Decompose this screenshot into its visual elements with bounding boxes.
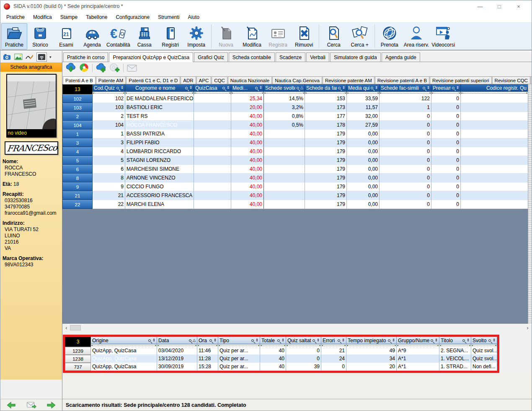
close-button[interactable]: × xyxy=(509,3,528,10)
cell[interactable]: 0,00 xyxy=(347,174,380,182)
cell[interactable] xyxy=(264,156,305,165)
cell[interactable]: 0 xyxy=(286,347,321,355)
cell[interactable]: 30/09/2019 xyxy=(157,363,197,371)
cell[interactable]: 179 xyxy=(305,130,347,138)
cell[interactable]: 178 xyxy=(305,121,347,130)
cell[interactable] xyxy=(461,174,528,182)
cell[interactable]: ACCESSORIO FRANCESCA xyxy=(125,191,194,200)
cell[interactable] xyxy=(461,103,528,112)
column-header-cod-quiz[interactable]: Cod.Quiz⇕ xyxy=(93,84,125,94)
cell[interactable]: 0 xyxy=(380,200,431,209)
cell[interactable]: 13/12/2019 xyxy=(157,355,197,363)
cell[interactable]: QuizApp, QuizCasa xyxy=(91,355,157,363)
cell[interactable] xyxy=(194,156,231,165)
toolbar-button-storico[interactable]: Storico xyxy=(27,23,53,49)
toolbar-button-registra[interactable]: Registra xyxy=(265,23,291,49)
cell[interactable]: 6 xyxy=(93,165,125,174)
column-header-medi[interactable]: Medi...⇕ xyxy=(231,84,264,94)
cell[interactable]: 40,00 xyxy=(231,174,264,182)
cell[interactable]: 8 xyxy=(93,174,125,182)
cell[interactable]: 15:28 xyxy=(197,363,218,371)
cell[interactable]: 0 xyxy=(380,138,431,147)
toolbar-button-modifica[interactable]: Modifica xyxy=(239,23,265,49)
cell[interactable]: 179 xyxy=(305,200,347,209)
cell[interactable]: 40,00 xyxy=(231,165,264,174)
category-tab-revisione-patente-am[interactable]: Revisione patente AM xyxy=(323,76,374,84)
cell[interactable]: ROCCA FRANCESCO xyxy=(125,121,194,130)
cell[interactable]: 0,8% xyxy=(264,112,305,121)
cell[interactable]: 0 xyxy=(380,174,431,182)
cell[interactable]: QuizApp, QuizCasa xyxy=(91,363,157,371)
cell[interactable]: 9 xyxy=(93,182,125,191)
menu-pratiche[interactable]: Pratiche xyxy=(2,13,29,21)
cell[interactable]: A*1 xyxy=(397,355,439,363)
cell[interactable]: 0 xyxy=(431,94,461,103)
row-header[interactable]: 8 xyxy=(62,174,93,182)
toolbar-button-imposta[interactable]: Imposta xyxy=(183,23,209,49)
cell[interactable]: 40 xyxy=(260,355,286,363)
cell[interactable]: 40,00 xyxy=(231,191,264,200)
cell[interactable] xyxy=(461,138,528,147)
column-header-tempo-impiegato[interactable]: Tempo impiegato⇕ xyxy=(346,337,397,347)
cell[interactable] xyxy=(194,121,231,130)
cell[interactable]: 20 xyxy=(346,363,397,371)
category-tab-cqc[interactable]: CQC xyxy=(212,76,227,84)
tab-scheda-contabile[interactable]: Scheda contabile xyxy=(229,52,275,62)
menu-strumenti[interactable]: Strumenti xyxy=(154,13,183,21)
column-header-schede-fac-simili[interactable]: Schede fac-simili⇕ xyxy=(380,84,431,94)
cell[interactable]: 0 xyxy=(431,147,461,156)
cloud-download-button[interactable] xyxy=(65,63,76,73)
cell[interactable] xyxy=(461,191,528,200)
cell[interactable]: 0 xyxy=(321,363,346,371)
cell[interactable]: 40,00 xyxy=(231,147,264,156)
row-header[interactable]: 9 xyxy=(62,182,93,191)
cell[interactable]: 0 xyxy=(431,103,461,112)
category-tab-nautica-cap-genova[interactable]: Nautica Cap.Genova xyxy=(272,76,322,84)
cell[interactable]: 1 xyxy=(380,103,431,112)
cell[interactable]: 0 xyxy=(380,165,431,174)
cell[interactable]: 1. VEICOL... xyxy=(439,355,471,363)
cell[interactable]: 0,00 xyxy=(347,130,380,138)
row-header[interactable]: 22 xyxy=(62,200,93,209)
cell[interactable]: LOMBARDI RICCARDO xyxy=(125,147,194,156)
cell[interactable] xyxy=(264,182,305,191)
cell[interactable]: 33,59 xyxy=(347,94,380,103)
row-header[interactable]: 3 xyxy=(62,138,93,147)
row-header[interactable]: 103 xyxy=(62,103,93,112)
toolbar-button-pratiche[interactable]: Pratiche xyxy=(1,23,27,49)
category-tab-revisione-patenti-a-e-b[interactable]: Revisione patenti A e B xyxy=(375,76,429,84)
cell[interactable]: 11:28 xyxy=(197,355,218,363)
cell[interactable]: 177 xyxy=(305,112,347,121)
dropdown-caret-button[interactable]: ▾ xyxy=(49,52,52,62)
cell[interactable] xyxy=(461,182,528,191)
cell[interactable]: 104 xyxy=(93,121,125,130)
cell[interactable]: Quiz svol... xyxy=(471,347,497,355)
cell[interactable]: 1. STRAD... xyxy=(439,363,471,371)
column-header-schede-da-fare[interactable]: Schede da fare⇕ xyxy=(305,84,347,94)
cell[interactable] xyxy=(461,94,528,103)
row-header[interactable]: 21 xyxy=(62,191,93,200)
row-header[interactable]: 737 xyxy=(65,363,91,371)
cell[interactable]: Non defi... xyxy=(471,363,497,371)
cell[interactable]: 21 xyxy=(93,191,125,200)
cell[interactable] xyxy=(264,174,305,182)
toolbar-button-nuova[interactable]: Nuova xyxy=(213,23,239,49)
category-tab-revisione-cqc[interactable]: Revisione CQC xyxy=(492,76,530,84)
cell[interactable]: 40,00 xyxy=(231,130,264,138)
cell[interactable]: 40 xyxy=(260,347,286,355)
cell[interactable]: 122 xyxy=(380,94,431,103)
cell[interactable] xyxy=(264,138,305,147)
maximize-button[interactable]: □ xyxy=(490,3,509,10)
cell[interactable]: 153 xyxy=(305,94,347,103)
toolbar-button-agenda[interactable]: Agenda xyxy=(79,23,105,49)
row-header[interactable]: 4 xyxy=(62,147,93,156)
cell[interactable]: 0 xyxy=(380,147,431,156)
cell[interactable]: 179 xyxy=(305,156,347,165)
toolbar-button-prenota[interactable]: Prenota xyxy=(377,23,403,49)
tab-pratiche-in-corso[interactable]: Pratiche in corso xyxy=(63,52,108,62)
toolbar-button-registri[interactable]: Registri xyxy=(158,23,183,49)
cell[interactable]: 0,00 xyxy=(347,138,380,147)
column-header-media-qui[interactable]: Media qui...⇕ xyxy=(347,84,380,94)
cell[interactable]: 40 xyxy=(260,363,286,371)
tab-grafici-quiz[interactable]: Grafici Quiz xyxy=(194,52,228,62)
